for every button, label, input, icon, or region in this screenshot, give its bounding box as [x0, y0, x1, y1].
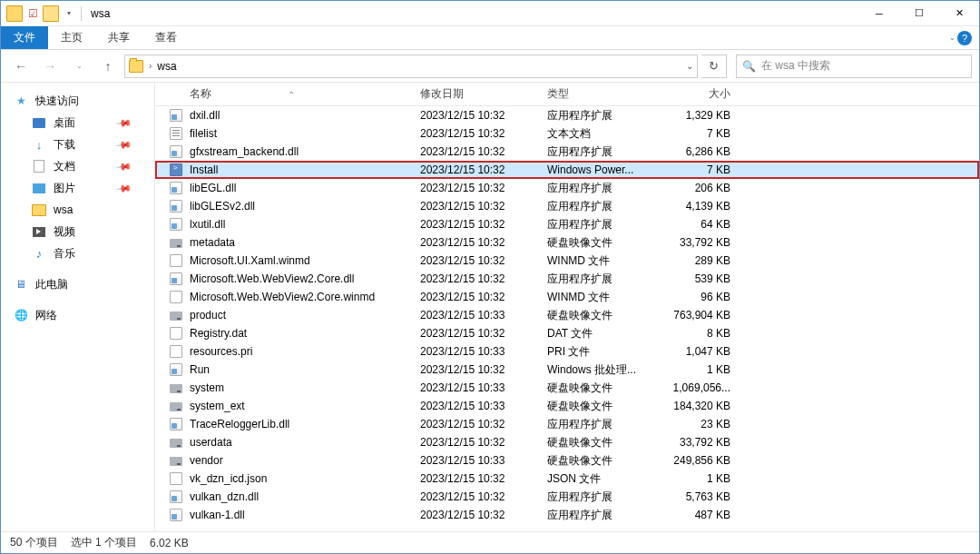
file-row[interactable]: Microsoft.Web.WebView2.Core.winmd2023/12…: [155, 288, 979, 306]
file-name: Registry.dat: [188, 327, 420, 340]
file-row[interactable]: vendor2023/12/15 10:33硬盘映像文件249,856 KB: [155, 451, 979, 470]
window-title: wsa: [85, 7, 110, 20]
file-row[interactable]: libGLESv2.dll2023/12/15 10:32应用程序扩展4,139…: [155, 197, 979, 215]
address-dropdown-icon[interactable]: ⌄: [686, 61, 693, 71]
file-size: 5,763 KB: [656, 490, 738, 503]
file-row[interactable]: vk_dzn_icd.json2023/12/15 10:32JSON 文件1 …: [155, 470, 979, 488]
file-row[interactable]: resources.pri2023/12/15 10:33PRI 文件1,047…: [155, 342, 979, 361]
tab-share[interactable]: 共享: [95, 26, 142, 49]
file-row[interactable]: Run2023/12/15 10:32Windows 批处理...1 KB: [155, 361, 979, 379]
file-row[interactable]: dxil.dll2023/12/15 10:32应用程序扩展1,329 KB: [155, 106, 979, 124]
music-icon: ♪: [32, 246, 46, 261]
folder-icon: [32, 203, 46, 217]
file-name: Microsoft.UI.Xaml.winmd: [188, 254, 420, 267]
sort-arrow-icon: ⌃: [288, 90, 295, 100]
search-placeholder: 在 wsa 中搜索: [761, 58, 830, 74]
file-type: 应用程序扩展: [547, 144, 656, 160]
file-row[interactable]: userdata2023/12/15 10:32硬盘映像文件33,792 KB: [155, 433, 979, 451]
file-name: filelist: [188, 127, 420, 140]
properties-icon[interactable]: ☑: [24, 5, 41, 22]
sidebar-item-label: 下载: [54, 137, 75, 153]
address-bar[interactable]: › wsa ⌄: [124, 54, 698, 78]
breadcrumb[interactable]: wsa: [157, 60, 176, 73]
file-icon: [155, 509, 188, 521]
file-name: lxutil.dll: [188, 218, 420, 231]
sidebar-item-wsa[interactable]: wsa: [1, 199, 154, 221]
sidebar-item-文档[interactable]: 文档📌: [1, 155, 154, 177]
file-size: 33,792 KB: [656, 236, 738, 249]
file-type: 应用程序扩展: [547, 181, 656, 196]
file-row[interactable]: system_ext2023/12/15 10:33硬盘映像文件184,320 …: [155, 397, 979, 415]
ribbon-help[interactable]: ⌄ ?: [949, 26, 972, 49]
sidebar-item-桌面[interactable]: 桌面📌: [1, 112, 154, 134]
separator: [81, 6, 82, 21]
column-date[interactable]: 修改日期: [420, 86, 547, 102]
column-label: 名称: [190, 87, 211, 100]
file-name: dxil.dll: [188, 109, 420, 122]
file-date: 2023/12/15 10:32: [420, 218, 547, 231]
new-folder-icon[interactable]: [43, 5, 59, 22]
file-date: 2023/12/15 10:32: [420, 509, 547, 521]
file-row[interactable]: Install2023/12/15 10:32Windows Power...7…: [155, 161, 979, 179]
file-row[interactable]: TraceReloggerLib.dll2023/12/15 10:32应用程序…: [155, 415, 979, 433]
file-icon: [155, 490, 188, 503]
file-name: libGLESv2.dll: [188, 200, 420, 213]
sidebar-item-视频[interactable]: 视频: [1, 221, 154, 242]
refresh-button[interactable]: ↻: [701, 54, 727, 78]
file-date: 2023/12/15 10:32: [420, 127, 547, 140]
file-icon: [155, 437, 188, 448]
file-row[interactable]: Microsoft.Web.WebView2.Core.dll2023/12/1…: [155, 270, 979, 288]
qat-dropdown-icon[interactable]: ▾: [61, 5, 77, 22]
file-row[interactable]: vulkan-1.dll2023/12/15 10:32应用程序扩展487 KB: [155, 506, 979, 524]
tab-view[interactable]: 查看: [142, 26, 190, 49]
minimize-button[interactable]: ─: [859, 1, 899, 26]
file-date: 2023/12/15 10:33: [420, 345, 547, 358]
column-size[interactable]: 大小: [656, 86, 738, 102]
file-icon: [155, 218, 188, 231]
file-size: 1 KB: [656, 472, 738, 485]
file-row[interactable]: Registry.dat2023/12/15 10:32DAT 文件8 KB: [155, 324, 979, 342]
back-button[interactable]: ←: [8, 54, 34, 78]
file-type: WINMD 文件: [547, 253, 656, 269]
file-row[interactable]: filelist2023/12/15 10:32文本文档7 KB: [155, 124, 979, 143]
sidebar-this-pc[interactable]: 🖥 此电脑: [1, 273, 154, 295]
file-row[interactable]: Microsoft.UI.Xaml.winmd2023/12/15 10:32W…: [155, 252, 979, 270]
search-icon: 🔍: [742, 60, 756, 73]
file-row[interactable]: lxutil.dll2023/12/15 10:32应用程序扩展64 KB: [155, 215, 979, 233]
ribbon: 文件 主页 共享 查看 ⌄ ?: [1, 26, 979, 50]
navbar: ← → ⌄ ↑ › wsa ⌄ ↻ 🔍 在 wsa 中搜索: [1, 50, 979, 83]
file-row[interactable]: system2023/12/15 10:33硬盘映像文件1,069,056...: [155, 379, 979, 397]
file-size: 1,329 KB: [656, 109, 738, 122]
file-row[interactable]: libEGL.dll2023/12/15 10:32应用程序扩展206 KB: [155, 179, 979, 197]
up-button[interactable]: ↑: [95, 54, 121, 78]
file-icon: [155, 237, 188, 248]
file-row[interactable]: gfxstream_backend.dll2023/12/15 10:32应用程…: [155, 143, 979, 161]
file-icon: [155, 472, 188, 485]
file-row[interactable]: metadata2023/12/15 10:32硬盘映像文件33,792 KB: [155, 233, 979, 252]
tab-file[interactable]: 文件: [1, 26, 48, 49]
forward-button[interactable]: →: [37, 54, 63, 78]
pin-icon: 📌: [115, 158, 132, 175]
sidebar-network[interactable]: 🌐 网络: [1, 304, 154, 326]
sidebar-item-下载[interactable]: ↓下载📌: [1, 134, 154, 155]
file-size: 539 KB: [656, 272, 738, 285]
file-name: system_ext: [188, 400, 420, 412]
file-type: 硬盘映像文件: [547, 308, 656, 323]
search-input[interactable]: 🔍 在 wsa 中搜索: [736, 54, 972, 78]
file-name: Run: [188, 363, 420, 376]
sidebar-item-音乐[interactable]: ♪音乐: [1, 242, 154, 264]
status-item-count: 50 个项目: [10, 535, 58, 550]
file-row[interactable]: vulkan_dzn.dll2023/12/15 10:32应用程序扩展5,76…: [155, 488, 979, 506]
sidebar-item-图片[interactable]: 图片📌: [1, 177, 154, 199]
column-type[interactable]: 类型: [547, 86, 656, 102]
column-name[interactable]: 名称 ⌃: [188, 86, 420, 102]
sidebar-quick-access[interactable]: ★ 快速访问: [1, 90, 154, 112]
history-dropdown[interactable]: ⌄: [66, 54, 92, 78]
file-date: 2023/12/15 10:32: [420, 200, 547, 213]
tab-home[interactable]: 主页: [48, 26, 95, 49]
sidebar-item-label: 此电脑: [35, 277, 68, 292]
file-row[interactable]: product2023/12/15 10:33硬盘映像文件763,904 KB: [155, 306, 979, 324]
maximize-button[interactable]: ☐: [899, 1, 939, 26]
close-button[interactable]: ✕: [939, 1, 979, 26]
pin-icon: 📌: [115, 114, 132, 132]
